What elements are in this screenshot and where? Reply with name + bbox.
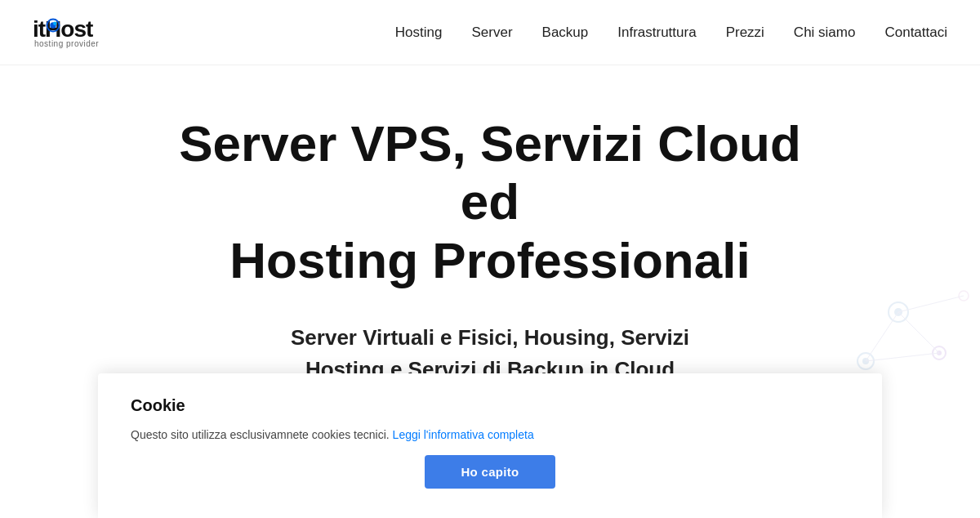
svg-point-3 xyxy=(889,302,908,322)
logo[interactable]: itH ost hosting provider xyxy=(33,16,99,48)
cookie-title: Cookie xyxy=(131,396,185,415)
nav-chi-siamo[interactable]: Chi siamo xyxy=(794,25,856,41)
nav-server[interactable]: Server xyxy=(471,25,512,41)
nav-hosting[interactable]: Hosting xyxy=(395,25,443,41)
svg-point-4 xyxy=(894,308,902,316)
svg-point-9 xyxy=(959,291,969,301)
main-nav: Hosting Server Backup Infrastruttura Pre… xyxy=(395,25,947,41)
cookie-banner: Cookie Questo sito utilizza esclusivamne… xyxy=(98,373,882,518)
logo-icon xyxy=(46,18,60,33)
svg-point-8 xyxy=(862,358,869,364)
cookie-accept-button[interactable]: Ho capito xyxy=(425,455,555,489)
logo-subtitle: hosting provider xyxy=(34,39,99,48)
svg-line-10 xyxy=(898,312,939,353)
hero-heading: Server VPS, Servizi Cloud ed Hosting Pro… xyxy=(163,114,817,289)
svg-point-7 xyxy=(858,353,874,369)
hero-section: Server VPS, Servizi Cloud ed Hosting Pro… xyxy=(0,65,980,410)
nav-prezzi[interactable]: Prezzi xyxy=(726,25,764,41)
svg-point-5 xyxy=(933,346,946,359)
nav-infrastruttura[interactable]: Infrastruttura xyxy=(617,25,696,41)
svg-point-2 xyxy=(53,22,57,26)
svg-line-13 xyxy=(898,296,964,312)
header: itH ost hosting provider Hosting Server … xyxy=(0,0,980,65)
svg-line-12 xyxy=(866,353,939,361)
cookie-policy-link[interactable]: Leggi l'informativa completa xyxy=(393,428,534,441)
nav-contattaci[interactable]: Contattaci xyxy=(884,25,947,41)
svg-line-11 xyxy=(866,312,898,361)
svg-point-6 xyxy=(937,351,942,355)
cookie-description: Questo sito utilizza esclusivamnete cook… xyxy=(131,426,534,444)
nav-backup[interactable]: Backup xyxy=(542,25,589,41)
